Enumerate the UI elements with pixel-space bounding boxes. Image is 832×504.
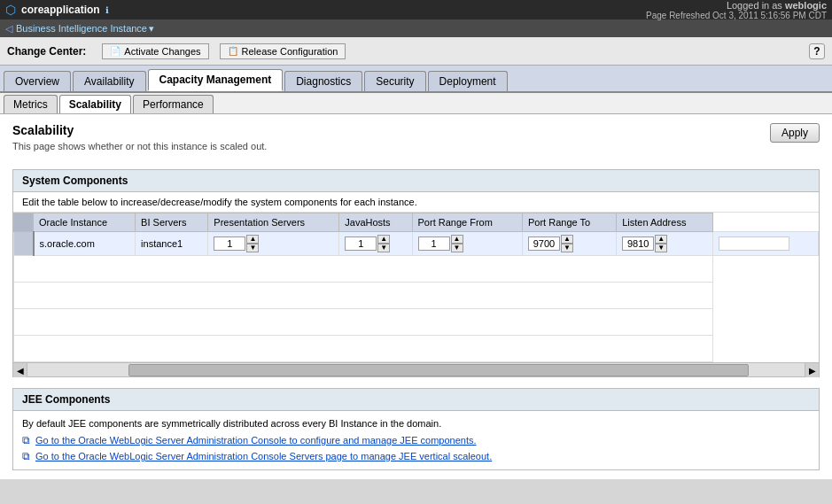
ext-link-icon-1: ⧉ <box>22 434 30 446</box>
port-from-up[interactable]: ▲ <box>561 235 573 244</box>
tab-diagnostics[interactable]: Diagnostics <box>284 71 362 91</box>
port-to-spinner[interactable]: ▲ ▼ <box>655 235 667 252</box>
scroll-left-button[interactable]: ◀ <box>13 363 27 377</box>
bi-servers-up[interactable]: ▲ <box>246 235 259 244</box>
release-icon: 📋 <box>228 46 238 56</box>
sub-tab-scalability[interactable]: Scalability <box>59 95 131 113</box>
cell-port-to[interactable]: ▲ ▼ <box>617 232 713 256</box>
empty-row <box>14 309 819 336</box>
content-area: Apply Scalability This page shows whethe… <box>0 114 832 479</box>
tab-deployment[interactable]: Deployment <box>428 71 508 91</box>
help-button[interactable]: ? <box>809 43 825 59</box>
scroll-right-button[interactable]: ▶ <box>805 363 819 377</box>
sub-tabs: Metrics Scalability Performance <box>0 93 832 114</box>
main-tabs: Overview Availability Capacity Managemen… <box>0 66 832 93</box>
system-components-box: System Components Edit the table below t… <box>12 169 820 377</box>
listen-address-input[interactable] <box>719 236 789 251</box>
tab-security[interactable]: Security <box>364 71 425 91</box>
cell-port-from[interactable]: ▲ ▼ <box>522 232 616 256</box>
system-components-table: Oracle Instance BI Servers Presentation … <box>13 213 819 362</box>
logged-in-label: Logged in as weblogic <box>646 0 827 11</box>
instance-label[interactable]: Business Intelligence Instance <box>16 23 147 34</box>
col-header-port-from: Port Range From <box>412 213 522 232</box>
javahosts-up[interactable]: ▲ <box>451 235 463 244</box>
tab-availability[interactable]: Availability <box>73 71 145 91</box>
jee-link-1[interactable]: Go to the Oracle WebLogic Server Adminis… <box>35 435 477 446</box>
jee-link-row-2: ⧉ Go to the Oracle WebLogic Server Admin… <box>22 450 810 462</box>
cell-presentation-servers[interactable]: ▲ ▼ <box>339 232 412 256</box>
cell-bi-servers[interactable]: ▲ ▼ <box>208 232 339 256</box>
presentation-servers-up[interactable]: ▲ <box>377 235 390 244</box>
scroll-thumb[interactable] <box>128 364 749 376</box>
jee-components-box: JEE Components By default JEE components… <box>12 388 820 470</box>
app-name: coreapplication <box>21 4 100 16</box>
dropdown-icon[interactable]: ▾ <box>149 23 154 35</box>
bi-servers-spinner[interactable]: ▲ ▼ <box>246 235 259 252</box>
port-to-down[interactable]: ▼ <box>655 244 667 252</box>
section-header: Apply Scalability This page shows whethe… <box>12 123 820 160</box>
ext-link-icon-2: ⧉ <box>22 450 30 462</box>
bi-servers-input[interactable] <box>214 236 245 251</box>
port-from-input[interactable] <box>528 236 560 251</box>
tab-capacity-management[interactable]: Capacity Management <box>148 69 284 91</box>
presentation-servers-input[interactable] <box>345 236 377 251</box>
jee-link-row-1: ⧉ Go to the Oracle WebLogic Server Admin… <box>22 434 810 446</box>
port-to-up[interactable]: ▲ <box>655 235 667 244</box>
port-to-input[interactable] <box>622 236 654 251</box>
release-configuration-button[interactable]: 📋 Release Configuration <box>220 43 346 59</box>
bi-servers-down[interactable]: ▼ <box>246 244 259 252</box>
sub-tab-performance[interactable]: Performance <box>133 95 214 113</box>
col-header-oracle-instance: Oracle Instance <box>34 213 136 232</box>
page-description: This page shows whether or not this inst… <box>12 141 820 151</box>
javahosts-down[interactable]: ▼ <box>451 244 463 252</box>
cell-javahosts[interactable]: ▲ ▼ <box>412 232 522 256</box>
jee-components-header: JEE Components <box>13 389 819 411</box>
table-row: s.oracle.com instance1 ▲ ▼ <box>14 232 819 256</box>
instance-bar: ◁ Business Intelligence Instance ▾ <box>0 19 832 37</box>
jee-description: By default JEE components are symmetrica… <box>22 418 810 429</box>
col-header-port-to: Port Range To <box>522 213 616 232</box>
username: weblogic <box>785 0 827 11</box>
system-components-header: System Components <box>13 170 819 192</box>
empty-row <box>14 336 819 362</box>
javahosts-input[interactable] <box>418 236 450 251</box>
port-from-spinner[interactable]: ▲ ▼ <box>561 235 573 252</box>
empty-row <box>14 256 819 283</box>
jee-link-2[interactable]: Go to the Oracle WebLogic Server Adminis… <box>35 451 492 461</box>
login-info: Logged in as weblogic Page Refreshed Oct… <box>646 0 827 20</box>
page-refreshed: Page Refreshed Oct 3, 2011 5:16:56 PM CD… <box>646 11 827 20</box>
page-title: Scalability <box>12 123 820 137</box>
col-header-presentation-servers: Presentation Servers <box>208 213 339 232</box>
row-selector <box>14 232 34 256</box>
presentation-servers-down[interactable]: ▼ <box>377 244 390 252</box>
table-header-row: Oracle Instance BI Servers Presentation … <box>14 213 819 232</box>
cell-oracle-instance: instance1 <box>136 232 208 256</box>
change-center: Change Center: 📄 Activate Changes 📋 Rele… <box>0 37 832 66</box>
jee-components-content: By default JEE components are symmetrica… <box>13 411 819 469</box>
info-icon[interactable]: ℹ <box>105 5 109 15</box>
horizontal-scrollbar[interactable]: ◀ ▶ <box>13 362 819 376</box>
empty-row <box>14 283 819 309</box>
change-center-label: Change Center: <box>7 45 86 58</box>
tab-overview[interactable]: Overview <box>4 71 71 91</box>
col-header-bi-servers: BI Servers <box>136 213 208 232</box>
javahosts-spinner[interactable]: ▲ ▼ <box>451 235 463 252</box>
col-header-listen-address: Listen Address <box>617 213 713 232</box>
port-from-down[interactable]: ▼ <box>561 244 573 252</box>
presentation-servers-spinner[interactable]: ▲ ▼ <box>377 235 390 252</box>
app-icon: ⬡ <box>5 3 16 17</box>
activate-changes-button[interactable]: 📄 Activate Changes <box>102 43 208 59</box>
col-header-selector <box>14 213 34 232</box>
top-bar: ⬡ coreapplication ℹ Logged in as weblogi… <box>0 0 832 19</box>
cell-listen-address[interactable] <box>713 232 819 256</box>
cell-oracle-instance-prefix: s.oracle.com <box>34 232 136 256</box>
activate-icon: 📄 <box>110 46 121 56</box>
col-header-javahosts: JavaHosts <box>339 213 412 232</box>
system-components-desc: Edit the table below to increase/decreas… <box>13 192 819 213</box>
sub-tab-metrics[interactable]: Metrics <box>4 95 58 113</box>
app-info: ⬡ coreapplication ℹ <box>5 3 109 17</box>
nav-icon: ◁ <box>5 23 12 35</box>
apply-button[interactable]: Apply <box>770 123 820 143</box>
